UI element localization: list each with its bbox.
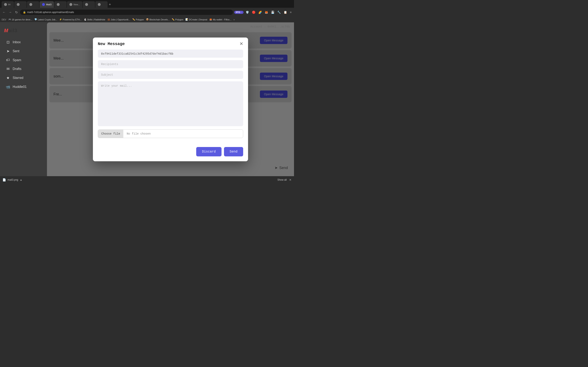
dev-badge: DEV [2,18,6,21]
discard-button[interactable]: Discard [196,147,221,156]
forward-button[interactable]: → [8,10,13,14]
app-logo: Mail3 [0,26,47,38]
tab-ih[interactable]: IH [2,1,14,8]
address-bar-row: ← → ↻ 🔒 mail3-7c81dd.spheron.app/mail/se… [0,8,294,17]
sidebar-item-drafts[interactable]: ✉ Drafts [2,65,45,73]
sender-address-field: 0xf9411def331ca82541c3df4295d7def4d1bacf… [98,50,243,58]
show-all-button[interactable]: Show all [277,178,287,181]
chevron-up-icon[interactable]: ▲ [20,178,22,181]
extension-icon-5[interactable]: 🔧 [277,10,282,14]
main-content: Account : 0x941...acf6b Mee... Open Mess… [47,22,294,176]
sidebar-item-sent[interactable]: ➤ Sent [2,47,45,55]
bookmark-rabbithole[interactable]: 🐇Skills | RabbitHole [84,18,105,21]
modal-close-button[interactable]: ✕ [240,42,243,46]
browser-chrome: IH Mail3 New... + ← → ↻ 🔒 [0,0,294,22]
sidebar-label-drafts: Drafts [13,67,21,71]
file-chosen-text: No file chosen [123,130,154,138]
address-bar[interactable]: 🔒 mail3-7c81dd.spheron.app/mail/sentEmai… [20,9,233,15]
inbox-icon: ⊡ [6,40,10,44]
reload-button[interactable]: ↻ [14,10,19,14]
modal-title: New Message [98,42,125,46]
tab-dot1[interactable] [14,1,26,8]
tab-mail3[interactable]: Mail3 [40,1,54,8]
sidebar-label-sent: Sent [13,49,19,53]
sidebar-label-huddle: Huddle01 [13,85,27,89]
spam-icon: 🏷 [6,58,10,62]
bookmark-dcreate[interactable]: 📝DCreate | Devpost [185,18,207,21]
more-bookmarks-button[interactable]: » [233,18,234,21]
download-file-icon: 📄 [2,178,6,182]
modal-body: 0xf9411def331ca82541c3df4295d7def4d1bacf… [93,50,248,147]
body-textarea[interactable] [98,81,243,126]
bookmark-polygon2[interactable]: ✏️Polygon [172,18,183,21]
tab-dot5[interactable] [95,1,108,8]
ipfs-badge[interactable]: IPFS ↑ [234,11,243,14]
sidebar-label-starred: Starred [13,76,23,80]
starred-icon: ★ [6,76,10,80]
bookmark-wallet[interactable]: 🦊My wallet - Filfox... [209,18,231,21]
modal-overlay: New Message ✕ 0xf9411def331ca82541c3df42… [47,22,294,176]
sidebar: Mail3 ⊡ Inbox ➤ Sent 🏷 Spam ✉ Drafts ★ S… [0,22,47,176]
extension-icon-2[interactable]: 🌈 [258,10,263,14]
bookmark-crypto[interactable]: 💎Latest Crypto Job... [34,18,57,21]
url-display: mail3-7c81dd.spheron.app/mail/sentEmails [27,11,74,14]
brave-shield-icon[interactable]: 🛡️ [245,10,250,14]
new-tab-button[interactable]: + [108,2,112,7]
modal-footer: Discard Send [93,147,248,161]
extension-icon-1[interactable]: 🔴 [251,10,256,14]
bookmarks-bar: DEV 🎮16 games for deve... 💎Latest Crypto… [0,17,294,22]
tab-dot3[interactable] [54,1,67,8]
bookmark-blockchain[interactable]: 📦Blockchain Develo... [146,18,170,21]
sent-icon: ➤ [6,49,10,53]
bottom-bar: 📄 mail3.png ▲ Show all ✕ [0,176,294,184]
bookmark-polygon1[interactable]: ✏️Polygon [132,18,144,21]
download-filename: mail3.png [8,178,18,181]
send-button[interactable]: Send [224,147,243,156]
toolbar-icons: IPFS ↑ 🛡️ 🔴 🌈 🦊 💾 🔧 📋 ≡ [234,10,292,14]
extension-icon-4[interactable]: 💾 [270,10,275,14]
sidebar-item-inbox[interactable]: ⊡ Inbox [2,38,45,47]
file-choose-button[interactable]: Choose file [98,130,123,138]
modal-header: New Message ✕ [93,38,248,50]
sidebar-label-spam: Spam [13,58,21,62]
sidebar-item-spam[interactable]: 🏷 Spam [2,56,45,64]
recipients-input[interactable] [98,60,243,68]
extension-icon-6[interactable]: 📋 [283,10,288,14]
back-button[interactable]: ← [2,10,7,14]
new-message-modal: New Message ✕ 0xf9411def331ca82541c3df42… [93,38,248,161]
extension-icon-3[interactable]: 🦊 [264,10,269,14]
close-download-button[interactable]: ✕ [289,178,292,182]
tab-dot4[interactable] [83,1,95,8]
tab-new[interactable]: New... [67,1,82,8]
sidebar-label-inbox: Inbox [13,40,21,44]
menu-button[interactable]: ≡ [289,10,292,14]
bookmark-games[interactable]: 🎮16 games for deve... [8,18,32,21]
bookmark-eth[interactable]: ⚡Powered by ETH... [59,18,81,21]
tab-dot2[interactable] [27,1,39,8]
sidebar-item-starred[interactable]: ★ Starred [2,74,45,82]
subject-input[interactable] [98,71,243,79]
file-input-row: Choose file No file chosen [98,129,243,138]
sidebar-item-huddle[interactable]: 📹 Huddle01 [2,83,45,91]
app-container: Mail3 ⊡ Inbox ➤ Sent 🏷 Spam ✉ Drafts ★ S… [0,22,294,176]
bookmark-jobs[interactable]: 💼Jobs | Opportuniti... [107,18,130,21]
tab-bar: IH Mail3 New... + [0,0,294,8]
drafts-icon: ✉ [6,67,10,71]
download-item: 📄 mail3.png ▲ [2,178,22,182]
huddle-icon: 📹 [6,85,10,89]
